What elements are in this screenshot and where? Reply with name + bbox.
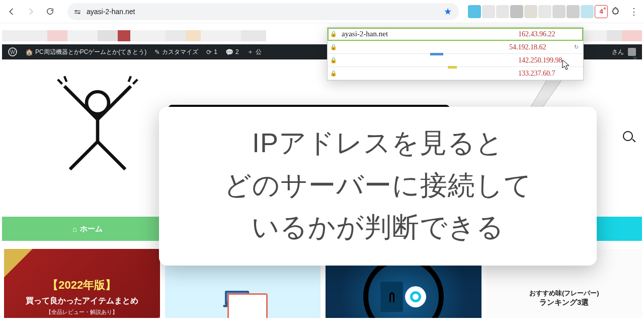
reload-button[interactable] — [41, 3, 58, 20]
adminbar-comments-count: 2 — [235, 48, 239, 55]
wordpress-icon[interactable]: W — [8, 47, 17, 56]
home-icon: ⌂ — [72, 225, 77, 233]
ip-row[interactable]: 🔒 142.250.199.98 — [328, 54, 583, 67]
comment-icon: 💬 — [225, 48, 233, 56]
home-icon: 🏠 — [25, 48, 33, 56]
svg-line-9 — [64, 76, 66, 82]
card-title: 【2022年版】 — [47, 278, 116, 293]
lock-icon: 🔒 — [328, 57, 340, 63]
adminbar-site-title-text: PC周辺機器とかPCゲームとか(てきとう) — [35, 48, 146, 56]
alexa-icon — [405, 286, 426, 307]
ip-address: 133.237.60.7 — [515, 70, 583, 78]
chrome-menu-icon[interactable]: ⋮ — [627, 1, 641, 23]
svg-line-8 — [58, 80, 62, 84]
ip-address: 54.192.18.62 — [506, 43, 574, 51]
search-icon[interactable] — [623, 131, 633, 141]
plus-icon: ＋ — [247, 47, 254, 56]
card-line: おすすめ味(フレーバー) — [529, 289, 599, 298]
extension-icon[interactable] — [538, 5, 551, 18]
extensions-menu-icon[interactable] — [609, 5, 623, 19]
ip-address: 142.250.199.98 — [515, 56, 583, 64]
card-line: ランキング3選 — [539, 298, 589, 307]
adminbar-customize-label: カスタマイズ — [162, 48, 198, 56]
annotation-text: IPアドレスを見ると どのサーバーに接続して いるかが判断できる — [175, 122, 581, 248]
ip-row[interactable]: 🔒 133.237.60.7 — [328, 67, 583, 80]
article-card[interactable]: 【2022年版】 買って良かったアイテムまとめ 【全品レビュー・解説あり】 — [4, 249, 160, 318]
ip-address: 162.43.96.22 — [515, 30, 583, 38]
svg-line-6 — [70, 142, 98, 169]
refresh-icon: ⟳ — [206, 48, 212, 56]
adminbar-customize[interactable]: ✎ カスタマイズ — [154, 48, 198, 56]
mouse-cursor-icon — [562, 59, 571, 73]
forward-button[interactable] — [22, 3, 39, 20]
extension-icon[interactable] — [552, 5, 566, 18]
adminbar-updates[interactable]: ⟳ 1 — [206, 48, 217, 56]
extension-badge[interactable]: 44 — [595, 5, 608, 18]
extension-icon[interactable] — [581, 5, 594, 18]
browser-toolbar: ayasi-2-han.net ★ 44 ⋮ — [0, 0, 644, 23]
reader-icon — [380, 282, 403, 312]
svg-point-1 — [78, 12, 80, 14]
back-button[interactable] — [3, 3, 20, 20]
extension-icon[interactable] — [468, 5, 481, 18]
nav-home[interactable]: ⌂ ホーム — [2, 217, 173, 241]
ip-extension-popup: 🔒 ayasi-2-han.net 162.43.96.22 🔒 54.192.… — [327, 27, 584, 81]
svg-line-7 — [98, 142, 125, 169]
address-bar[interactable]: ayasi-2-han.net ★ — [67, 3, 459, 20]
ip-domain: ayasi-2-han.net — [340, 30, 515, 38]
lock-icon: 🔒 — [328, 31, 340, 37]
site-logo — [42, 80, 153, 170]
adminbar-site-title[interactable]: 🏠 PC周辺機器とかPCゲームとか(てきとう) — [25, 48, 146, 56]
extension-icon[interactable] — [510, 5, 523, 18]
adminbar-greeting: さん — [612, 48, 624, 56]
page-content: W 🏠 PC周辺機器とかPCゲームとか(てきとう) ✎ カスタマイズ ⟳ 1 💬… — [0, 23, 644, 318]
laptop-icon — [227, 293, 268, 318]
brush-icon: ✎ — [154, 48, 160, 56]
extension-icon[interactable] — [482, 5, 495, 18]
extension-icon[interactable] — [496, 5, 509, 18]
annotation-callout: IPアドレスを見ると どのサーバーに接続して いるかが判断できる — [159, 107, 597, 266]
adminbar-new-label: 公 — [256, 48, 262, 56]
site-settings-icon[interactable] — [72, 7, 83, 17]
ip-row[interactable]: 🔒 54.192.18.62 ↻ — [328, 41, 583, 54]
nav-home-label: ホーム — [80, 224, 103, 234]
extension-icon[interactable] — [567, 5, 580, 18]
svg-line-10 — [133, 80, 137, 84]
adminbar-comments[interactable]: 💬 2 — [225, 48, 239, 56]
adminbar-updates-count: 1 — [214, 48, 217, 55]
lock-icon: 🔒 — [328, 70, 340, 77]
extensions-strip: 44 — [466, 5, 625, 19]
adminbar-new[interactable]: ＋ 公 — [247, 47, 262, 56]
svg-line-11 — [129, 76, 131, 82]
svg-point-16 — [413, 294, 419, 300]
card-subtitle: 買って良かったアイテムまとめ — [26, 296, 138, 306]
svg-point-0 — [75, 10, 77, 12]
lock-icon: 🔒 — [328, 44, 340, 50]
refresh-icon[interactable]: ↻ — [574, 44, 583, 50]
extension-icon[interactable] — [524, 5, 537, 18]
ip-row[interactable]: 🔒 ayasi-2-han.net 162.43.96.22 — [328, 28, 583, 41]
bookmark-star-icon[interactable]: ★ — [444, 6, 452, 17]
url-text: ayasi-2-han.net — [87, 8, 440, 16]
card-caption: 【全品レビュー・解説あり】 — [46, 308, 118, 316]
